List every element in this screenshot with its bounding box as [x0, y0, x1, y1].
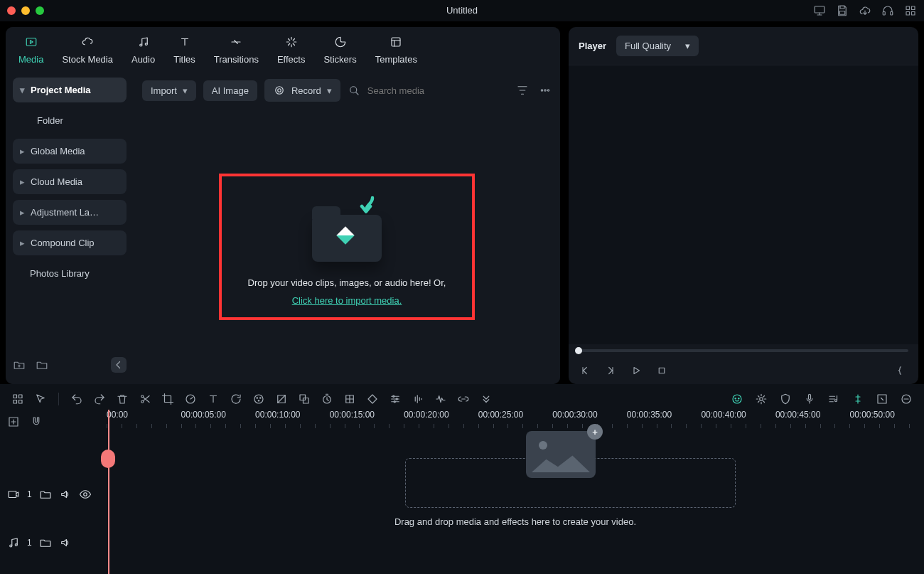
timeline-ruler-area[interactable]: 00:0000:00:05:0000:00:10:0000:00:15:0000… [107, 410, 924, 555]
ai-image-button[interactable]: AI Image [203, 80, 257, 101]
audio-track-header[interactable]: 1 [7, 536, 100, 549]
stop-icon[interactable] [655, 364, 668, 377]
zoom-out-icon[interactable] [900, 393, 913, 405]
quality-select[interactable]: Full Quality ▾ [616, 36, 699, 56]
sidebar-item-label: Photos Library [30, 268, 90, 279]
svg-point-16 [541, 90, 542, 91]
sidebar-item-global-media[interactable]: ▸ Global Media [13, 139, 127, 164]
timeline-ruler[interactable]: 00:0000:00:05:0000:00:10:0000:00:15:0000… [107, 410, 924, 434]
settings-icon[interactable] [389, 393, 402, 405]
next-frame-icon[interactable] [604, 364, 617, 377]
mask-icon[interactable] [275, 393, 288, 405]
ai-face-icon[interactable] [731, 393, 743, 405]
svg-rect-12 [392, 38, 400, 46]
shield-icon[interactable] [779, 393, 792, 405]
more-icon[interactable] [539, 84, 552, 97]
import-media-link[interactable]: Click here to import media. [292, 295, 402, 306]
player-scrubber[interactable] [569, 344, 918, 357]
tab-titles[interactable]: Titles [173, 34, 195, 68]
volume-icon[interactable] [59, 536, 72, 549]
collapse-sidebar-icon[interactable] [111, 357, 127, 373]
media-dropzone[interactable]: Drop your video clips, images, or audio … [219, 174, 475, 320]
new-folder-icon[interactable] [13, 358, 26, 371]
tab-effects[interactable]: Effects [277, 34, 306, 68]
eye-icon[interactable] [79, 488, 92, 501]
svg-rect-4 [891, 11, 893, 15]
video-track-header[interactable]: 1 [7, 488, 100, 501]
speed-icon[interactable] [184, 393, 197, 405]
quality-value: Full Quality [625, 41, 671, 51]
tab-media[interactable]: Media [18, 34, 43, 68]
tab-label: Templates [375, 54, 417, 65]
playhead-handle[interactable] [101, 450, 115, 468]
color-icon[interactable] [252, 393, 265, 405]
waveform-icon[interactable] [434, 393, 447, 405]
playhead[interactable] [108, 410, 109, 574]
freeze-icon[interactable] [343, 393, 356, 405]
filter-icon[interactable] [516, 84, 529, 97]
tab-audio[interactable]: Audio [131, 34, 155, 68]
close-window[interactable] [7, 6, 16, 15]
more-down-icon[interactable] [480, 393, 493, 405]
layout-icon[interactable] [11, 393, 24, 405]
mic-icon[interactable] [803, 393, 816, 405]
svg-rect-21 [19, 395, 23, 398]
rotate-icon[interactable] [230, 393, 242, 405]
audio-adjust-icon[interactable] [412, 393, 424, 405]
svg-point-49 [83, 493, 87, 496]
titlebar: Untitled [0, 0, 924, 21]
import-button[interactable]: Import ▾ [142, 80, 196, 101]
record-button[interactable]: Record ▾ [264, 79, 340, 102]
cursor-icon[interactable] [34, 393, 47, 405]
play-icon[interactable] [630, 364, 643, 377]
magnet-icon[interactable] [30, 415, 43, 428]
sidebar-item-cloud-media[interactable]: ▸ Cloud Media [13, 169, 127, 194]
maximize-window[interactable] [36, 6, 44, 15]
fullscreen-icon[interactable] [876, 393, 888, 405]
folder-small-icon[interactable] [39, 536, 52, 549]
sparkle-burst-icon[interactable] [755, 393, 768, 405]
tab-templates[interactable]: Templates [375, 34, 417, 68]
group-icon[interactable] [298, 393, 311, 405]
svg-point-28 [257, 398, 258, 399]
folder-icon[interactable] [36, 358, 48, 371]
crop-icon[interactable] [161, 393, 174, 405]
trash-icon[interactable] [116, 393, 129, 405]
apps-grid-icon[interactable] [904, 4, 917, 17]
media-icon [25, 34, 38, 50]
minimize-window[interactable] [21, 6, 30, 15]
keyframe-icon[interactable] [366, 393, 379, 405]
undo-icon[interactable] [70, 393, 83, 405]
cloud-icon[interactable] [859, 4, 871, 17]
search-box[interactable] [348, 84, 509, 97]
player-canvas[interactable] [569, 65, 918, 344]
sidebar-item-photos-library[interactable]: Photos Library [13, 261, 127, 286]
volume-icon[interactable] [59, 488, 72, 501]
prev-frame-icon[interactable] [579, 364, 591, 377]
svg-point-42 [760, 398, 763, 401]
tab-transitions[interactable]: Transitions [214, 34, 259, 68]
timer-icon[interactable] [321, 393, 333, 405]
marker-icon[interactable] [852, 393, 864, 405]
folder-small-icon[interactable] [39, 488, 52, 501]
timeline-placeholder-thumb[interactable]: + [526, 431, 596, 478]
search-input[interactable] [366, 85, 509, 97]
text-icon[interactable] [207, 393, 220, 405]
cut-icon[interactable] [139, 393, 151, 405]
redo-icon[interactable] [93, 393, 106, 405]
tab-stickers[interactable]: Stickers [323, 34, 356, 68]
brace-icon[interactable] [896, 364, 908, 377]
headphones-icon[interactable] [881, 4, 894, 17]
add-track-icon[interactable] [7, 415, 20, 428]
sidebar-item-compound-clip[interactable]: ▸ Compound Clip [13, 230, 127, 255]
plus-icon[interactable]: + [587, 424, 603, 440]
music-queue-icon[interactable] [827, 393, 840, 405]
sidebar-item-project-media[interactable]: ▾ Project Media [13, 78, 127, 102]
tab-label: Effects [277, 54, 306, 65]
link-icon[interactable] [457, 393, 470, 405]
tab-stock-media[interactable]: Stock Media [62, 34, 113, 68]
monitor-icon[interactable] [813, 4, 826, 17]
save-icon[interactable] [836, 4, 849, 17]
sidebar-item-folder[interactable]: Folder [13, 108, 127, 133]
sidebar-item-adjustment-layer[interactable]: ▸ Adjustment La… [13, 200, 127, 225]
